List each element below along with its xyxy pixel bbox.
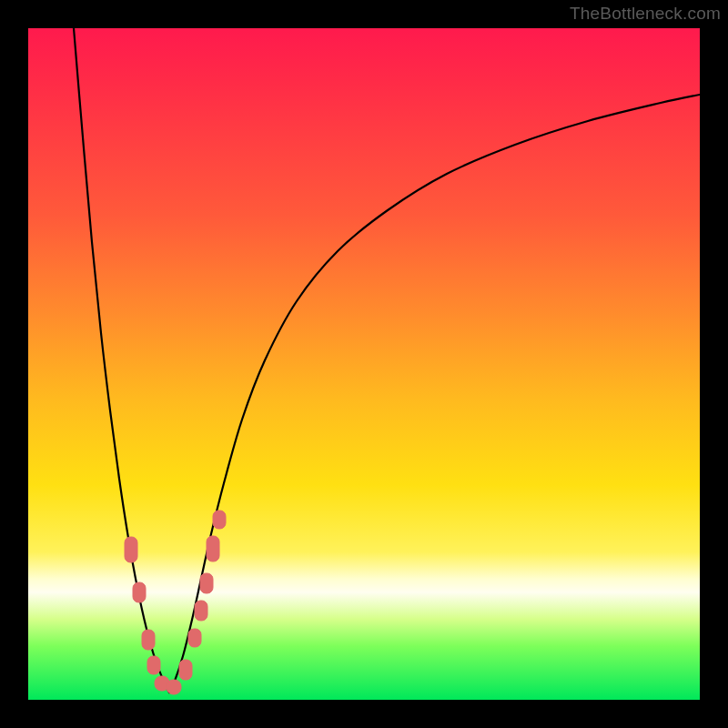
- data-marker: [133, 582, 146, 602]
- data-marker: [200, 573, 213, 593]
- data-marker: [147, 656, 160, 674]
- curve-right-branch: [169, 95, 700, 693]
- data-marker: [167, 680, 181, 694]
- data-marker: [207, 536, 219, 561]
- data-marker: [125, 537, 137, 562]
- data-marker: [179, 660, 192, 680]
- data-marker: [195, 601, 207, 621]
- curve-left-branch: [74, 28, 169, 693]
- data-marker: [142, 630, 155, 650]
- outer-frame: TheBottleneck.com: [0, 0, 728, 728]
- data-marker: [213, 511, 226, 529]
- bottleneck-curve-svg: [28, 28, 700, 700]
- plot-area: [28, 28, 700, 700]
- watermark-text: TheBottleneck.com: [570, 4, 721, 24]
- data-marker: [188, 629, 201, 647]
- marker-group: [125, 511, 226, 694]
